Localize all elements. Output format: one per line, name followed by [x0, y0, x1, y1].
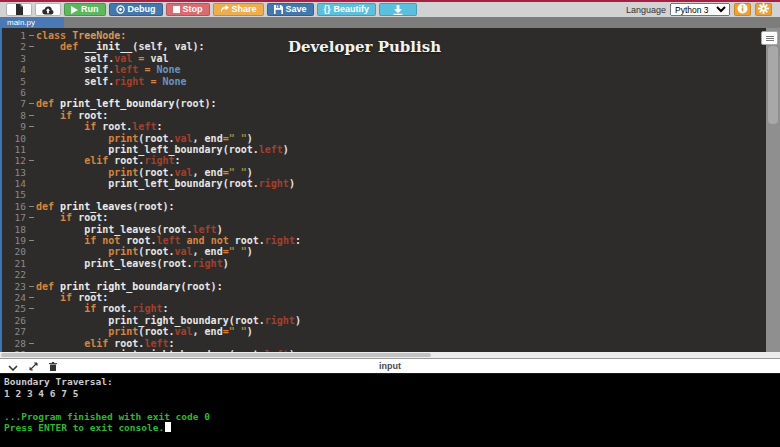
- code-line[interactable]: 5 self.right = None: [0, 76, 766, 87]
- download-icon: [393, 5, 403, 15]
- line-number: 20: [0, 246, 26, 257]
- code-text: print_left_boundary(root.left): [36, 144, 766, 155]
- stop-label: Stop: [183, 4, 203, 15]
- collapse-console-button[interactable]: [8, 359, 18, 374]
- info-button[interactable]: [734, 3, 751, 16]
- share-button[interactable]: Share: [213, 3, 264, 16]
- fold-marker[interactable]: [26, 30, 36, 41]
- horizontal-scrollbar-thumb[interactable]: [1, 353, 431, 357]
- expand-console-button[interactable]: [29, 359, 38, 374]
- vertical-scrollbar-thumb[interactable]: [768, 46, 778, 124]
- upload-cloud-icon: [42, 5, 54, 15]
- code-line[interactable]: 23def print_right_boundary(root):: [0, 281, 766, 292]
- code-line[interactable]: 19 if not root.left and not root.right:: [0, 235, 766, 246]
- upload-button[interactable]: [35, 3, 61, 16]
- line-number: 25: [0, 303, 26, 314]
- download-button[interactable]: [379, 3, 417, 16]
- fold-spacer: [26, 258, 36, 269]
- fold-marker[interactable]: [26, 292, 36, 303]
- code-line[interactable]: 8 if root:: [0, 110, 766, 121]
- chevron-down-icon: [8, 359, 18, 374]
- code-text: [36, 87, 766, 98]
- code-line[interactable]: 16def print_leaves(root):: [0, 201, 766, 212]
- console-line: 1 2 3 4 6 7 5: [4, 388, 776, 400]
- code-line[interactable]: 13 print(root.val, end=" "): [0, 167, 766, 178]
- line-number: 19: [0, 235, 26, 246]
- fold-spacer: [26, 76, 36, 87]
- code-line[interactable]: 22: [0, 269, 766, 280]
- tab-main-py[interactable]: main.py: [0, 17, 64, 28]
- fold-marker[interactable]: [26, 155, 36, 166]
- code-text: print_leaves(root.right): [36, 258, 766, 269]
- fold-marker[interactable]: [26, 41, 36, 52]
- clear-console-button[interactable]: [49, 359, 57, 374]
- code-line[interactable]: 27 print(root.val, end=" "): [0, 326, 766, 337]
- code-line[interactable]: 17 if root:: [0, 212, 766, 223]
- line-number: 21: [0, 258, 26, 269]
- code-line[interactable]: 12 elif root.right:: [0, 155, 766, 166]
- code-line[interactable]: 20 print(root.val, end=" "): [0, 246, 766, 257]
- code-text: [36, 189, 766, 200]
- stop-square-icon: [173, 6, 180, 13]
- code-line[interactable]: 18 print_leaves(root.left): [0, 224, 766, 235]
- code-line[interactable]: 4 self.left = None: [0, 64, 766, 75]
- line-number: 10: [0, 133, 26, 144]
- fold-spacer: [26, 133, 36, 144]
- code-text: print(root.val, end=" "): [36, 133, 766, 144]
- code-line[interactable]: 21 print_leaves(root.right): [0, 258, 766, 269]
- line-number: 3: [0, 53, 26, 64]
- code-line[interactable]: 15: [0, 189, 766, 200]
- code-text: print(root.val, end=" "): [36, 167, 766, 178]
- vertical-scrollbar[interactable]: [766, 28, 780, 352]
- line-number: 7: [0, 98, 26, 109]
- run-button[interactable]: Run: [64, 3, 106, 16]
- code-line[interactable]: 24 if root:: [0, 292, 766, 303]
- file-icon: [15, 4, 24, 15]
- code-line[interactable]: 6: [0, 87, 766, 98]
- code-text: if root:: [36, 110, 766, 121]
- gear-icon: [758, 2, 769, 17]
- debug-button[interactable]: Debug: [109, 3, 163, 16]
- editor-corner-button[interactable]: [761, 31, 778, 45]
- code-text: print_right_boundary(root.right): [36, 315, 766, 326]
- console-line: [4, 399, 776, 411]
- fold-marker[interactable]: [26, 338, 36, 349]
- code-line[interactable]: 10 print(root.val, end=" "): [0, 133, 766, 144]
- console-output[interactable]: Boundary Traversal:1 2 3 4 6 7 5 ...Prog…: [0, 374, 780, 447]
- code-line[interactable]: 11 print_left_boundary(root.left): [0, 144, 766, 155]
- code-line[interactable]: 28 elif root.left:: [0, 338, 766, 349]
- expand-icon: [29, 359, 38, 374]
- settings-button[interactable]: [755, 3, 772, 16]
- language-label: Language: [626, 5, 666, 15]
- code-line[interactable]: 7def print_left_boundary(root):: [0, 98, 766, 109]
- play-icon: [71, 6, 78, 14]
- code-text: [36, 269, 766, 280]
- language-select[interactable]: Python 3: [670, 3, 730, 16]
- fold-marker[interactable]: [26, 110, 36, 121]
- fold-marker[interactable]: [26, 98, 36, 109]
- fold-spacer: [26, 246, 36, 257]
- code-text: elif root.left:: [36, 338, 766, 349]
- debug-label: Debug: [128, 4, 156, 15]
- code-editor[interactable]: 1class TreeNode:2 def __init__(self, val…: [0, 28, 780, 352]
- stop-button[interactable]: Stop: [166, 3, 210, 16]
- fold-marker[interactable]: [26, 303, 36, 314]
- code-line[interactable]: 26 print_right_boundary(root.right): [0, 315, 766, 326]
- fold-marker[interactable]: [26, 201, 36, 212]
- fold-spacer: [26, 64, 36, 75]
- fold-marker[interactable]: [26, 212, 36, 223]
- fold-marker[interactable]: [26, 121, 36, 132]
- code-text: if not root.left and not root.right:: [36, 235, 766, 246]
- new-file-button[interactable]: [6, 3, 32, 16]
- save-button[interactable]: Save: [267, 3, 314, 16]
- fold-marker[interactable]: [26, 235, 36, 246]
- run-label: Run: [81, 4, 99, 15]
- fold-marker[interactable]: [26, 281, 36, 292]
- code-line[interactable]: 9 if root.left:: [0, 121, 766, 132]
- code-line[interactable]: 25 if root.right:: [0, 303, 766, 314]
- line-number: 8: [0, 110, 26, 121]
- info-icon: [737, 2, 748, 17]
- code-line[interactable]: 14 print_left_boundary(root.right): [0, 178, 766, 189]
- toolbar: Run Debug Stop Share Save {}: [0, 2, 780, 17]
- beautify-button[interactable]: {} Beautify: [317, 3, 377, 16]
